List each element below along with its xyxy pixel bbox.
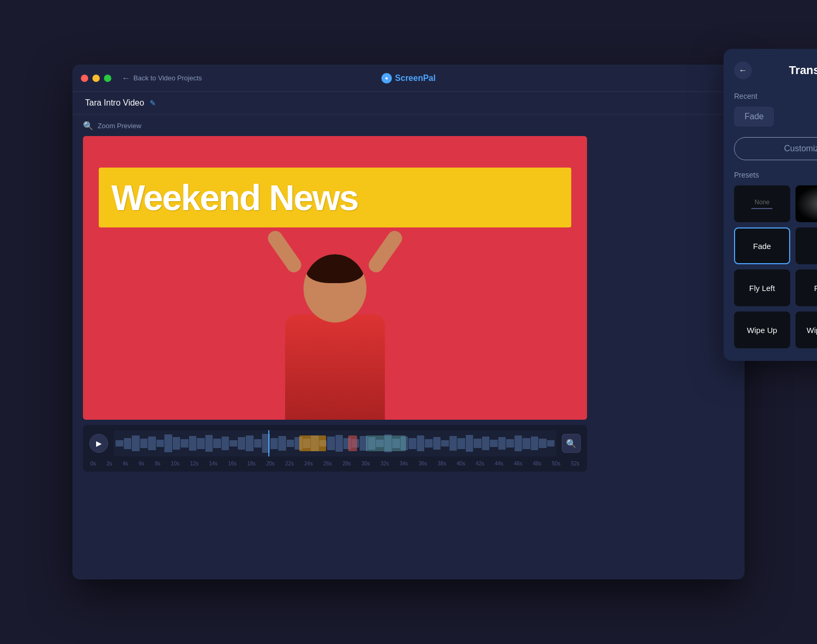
ts-0s: 0s (90, 461, 96, 466)
person-body (285, 315, 385, 420)
ts-46s: 46s (514, 461, 522, 466)
waveform-bar (547, 440, 555, 447)
preset-fade[interactable]: Fade (734, 227, 790, 264)
zoom-icon: 🔍 (83, 121, 93, 131)
waveform-bar (189, 436, 197, 450)
timeline-playhead[interactable] (268, 430, 269, 456)
preset-none-label: None (755, 199, 770, 206)
waveform-bar (229, 440, 237, 447)
ts-14s: 14s (209, 461, 217, 466)
preset-fly-right-label: Right (814, 284, 817, 293)
waveform-bar (132, 435, 140, 451)
app-name: ScreenPal (395, 74, 435, 83)
ts-52s: 52s (571, 461, 580, 466)
play-button[interactable]: ▶ (89, 434, 108, 453)
maximize-button[interactable] (104, 75, 111, 82)
person-upper (303, 254, 366, 323)
fade-blur-bg (795, 185, 817, 222)
waveform-bar (531, 437, 539, 450)
back-arrow-icon: ← (122, 74, 130, 83)
waveform-bar (173, 437, 181, 449)
ts-10s: 10s (171, 461, 180, 466)
preset-fly-right[interactable]: Right (795, 269, 817, 306)
css-person (285, 254, 385, 420)
preset-wipe-left[interactable]: Wipe Left (795, 311, 817, 348)
preset-fly-left[interactable]: Fly Left (734, 269, 790, 306)
waveform-bar (222, 437, 229, 450)
person-head (303, 254, 366, 323)
ts-26s: 26s (323, 461, 332, 466)
ts-40s: 40s (457, 461, 465, 466)
customize-transition-button[interactable]: Customize Transition (734, 137, 817, 160)
zoom-preview-bar: 🔍 Zoom Preview (83, 121, 734, 131)
preset-fade-label: Fade (753, 242, 771, 251)
waveform (113, 430, 557, 456)
recent-label: Recent (734, 92, 817, 100)
panel-header: ← Transition In ? (734, 61, 817, 79)
waveform-bar (449, 436, 457, 450)
app-title: ● ScreenPal (381, 73, 435, 84)
back-to-projects-button[interactable]: ← Back to Video Projects (122, 74, 202, 83)
video-banner: Weekend News (99, 168, 571, 227)
close-button[interactable] (81, 75, 88, 82)
preset-flip[interactable]: Flip (795, 227, 817, 264)
timeline-segment-red[interactable] (348, 435, 357, 451)
ts-30s: 30s (361, 461, 370, 466)
search-timeline-button[interactable]: 🔍 (562, 434, 581, 453)
presets-grid: None Bounce Fade Flip Fly Dow (734, 185, 817, 348)
ts-50s: 50s (552, 461, 560, 466)
preset-fade-blur[interactable] (795, 185, 817, 222)
recent-fade-label: Fade (745, 112, 763, 121)
ts-48s: 48s (533, 461, 541, 466)
preset-fly-left-label: Fly Left (749, 284, 775, 293)
waveform-bar (515, 435, 522, 451)
panel-title: Transition In (789, 64, 817, 77)
preset-wipe-up[interactable]: Wipe Up (734, 311, 790, 348)
waveform-bar (539, 439, 547, 449)
back-label: Back to Video Projects (133, 74, 202, 82)
timeline-segment-teal[interactable] (366, 435, 406, 451)
right-arm (366, 228, 405, 275)
waveform-bar (522, 438, 530, 449)
video-content: Weekend News (83, 136, 587, 420)
panel-back-button[interactable]: ← (734, 61, 752, 79)
ts-28s: 28s (342, 461, 351, 466)
panel-back-icon: ← (739, 66, 747, 75)
waveform-bar (482, 437, 490, 450)
waveform-bar (441, 440, 449, 447)
transition-panel: ← Transition In ? Recent Fade Customize … (724, 49, 817, 361)
waveform-bar (148, 437, 156, 450)
ts-42s: 42s (476, 461, 484, 466)
recent-item-fade[interactable]: Fade (734, 107, 774, 127)
person-hair (306, 254, 364, 283)
preset-none[interactable]: None (734, 185, 790, 222)
ts-44s: 44s (495, 461, 503, 466)
timeline-track[interactable] (113, 430, 557, 456)
waveform-bar (156, 440, 164, 448)
ts-20s: 20s (266, 461, 275, 466)
waveform-bar (498, 437, 506, 449)
ts-2s: 2s (107, 461, 112, 466)
timeline-segment-orange[interactable] (299, 435, 326, 451)
traffic-lights (81, 75, 111, 82)
waveform-bar (506, 439, 514, 448)
waveform-bar (409, 438, 416, 449)
zoom-preview-label: Zoom Preview (98, 122, 141, 130)
waveform-bar (238, 437, 246, 449)
waveform-bar (287, 440, 295, 448)
person-area (83, 220, 587, 420)
waveform-bar (164, 434, 172, 452)
ts-32s: 32s (381, 461, 389, 466)
timeline-area: ▶ (83, 425, 587, 472)
minimize-button[interactable] (92, 75, 100, 82)
edit-project-icon[interactable]: ✎ (150, 99, 156, 107)
waveform-bar (327, 437, 335, 450)
waveform-bar (116, 440, 123, 447)
waveform-bar (433, 437, 441, 449)
left-arm (265, 228, 305, 275)
ts-8s: 8s (155, 461, 161, 466)
waveform-bar (181, 439, 188, 448)
video-headline: Weekend News (111, 177, 559, 218)
ts-34s: 34s (400, 461, 408, 466)
timeline-timestamps: 0s 2s 4s 6s 8s 10s 12s 14s 16s 18s 20s 2… (89, 461, 581, 466)
